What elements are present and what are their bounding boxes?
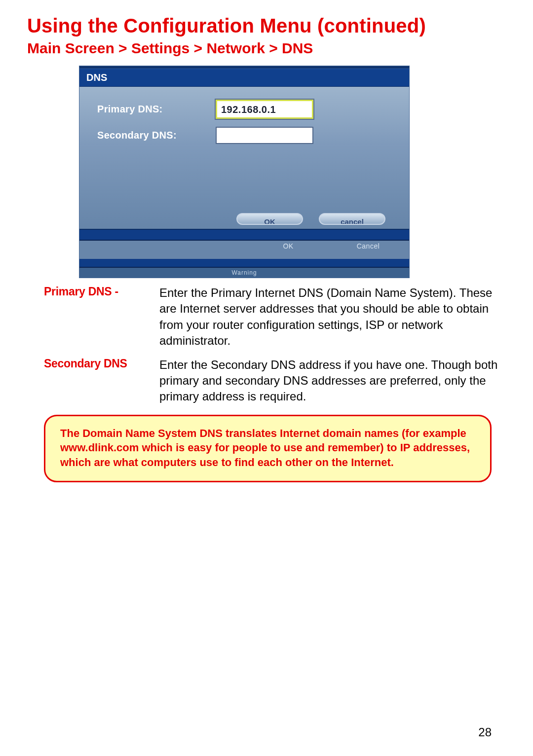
dup-ok-text: OK [258,242,318,250]
dns-screenshot: DNS Primary DNS: 192.168.0.1 Secondary D… [79,66,508,278]
primary-dns-term: Primary DNS - [44,285,159,349]
primary-dns-label: Primary DNS: [97,104,216,115]
breadcrumb: Main Screen > Settings > Network > DNS [27,40,508,57]
primary-dns-input[interactable]: 192.168.0.1 [216,100,313,119]
info-note-box: The Domain Name System DNS translates In… [44,415,492,482]
secondary-dns-input[interactable] [216,127,313,144]
page-number: 28 [478,725,492,739]
page-title: Using the Configuration Menu (continued) [27,15,508,37]
secondary-dns-label: Secondary DNS: [97,130,216,141]
secondary-dns-term: Secondary DNS [44,357,159,405]
cancel-button[interactable]: cancel [319,213,385,225]
warning-strip: Warning [79,268,409,278]
info-note-text: The Domain Name System DNS translates In… [60,426,475,470]
dup-cancel-text: Cancel [338,242,398,250]
secondary-dns-description: Enter the Secondary DNS address if you h… [159,357,505,405]
primary-dns-description: Enter the Primary Internet DNS (Domain N… [159,285,505,349]
ok-button[interactable]: OK [236,213,303,225]
dialog-title: DNS [79,69,409,87]
